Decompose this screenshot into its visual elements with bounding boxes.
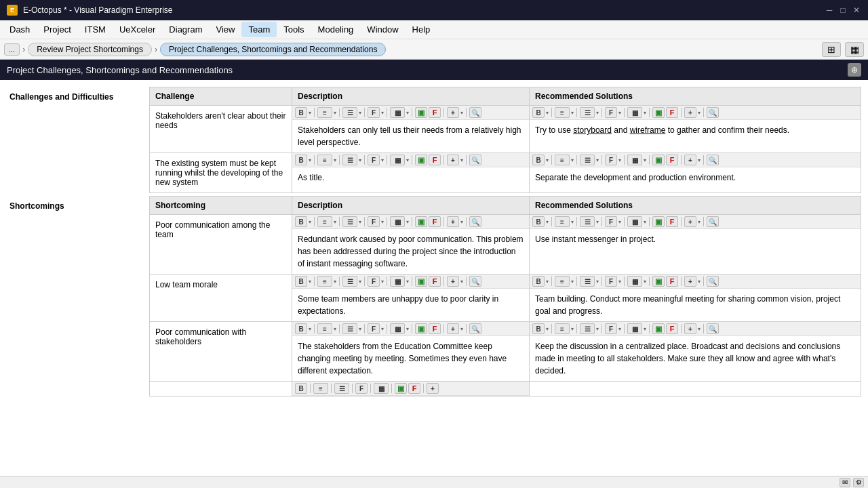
bold-button-r[interactable]: B	[532, 107, 545, 118]
desc-content-2[interactable]: As title.	[292, 167, 529, 188]
menu-team[interactable]: Team	[241, 22, 277, 37]
bold-button[interactable]: B	[295, 107, 307, 118]
sf4[interactable]: F	[355, 383, 368, 394]
sa4[interactable]: ≡	[313, 383, 328, 394]
menu-modeling[interactable]: Modeling	[311, 22, 361, 37]
menu-help[interactable]: Help	[406, 22, 437, 37]
sra1[interactable]: ≡	[555, 216, 570, 227]
list-btn-r2[interactable]: ☰	[580, 155, 595, 165]
minimize-button[interactable]: ─	[825, 5, 834, 15]
sa1[interactable]: ≡	[317, 216, 332, 227]
sg1[interactable]: ▣	[415, 216, 427, 227]
sfr1[interactable]: F	[429, 216, 441, 227]
sdesc-content-3[interactable]: The stakeholders from the Education Comm…	[292, 336, 529, 381]
align-button[interactable]: ≡	[317, 107, 332, 118]
sb1[interactable]: B	[295, 216, 307, 227]
srl1[interactable]: ☰	[580, 216, 595, 227]
sdesc-content-1[interactable]: Redundant work caused by poor communicat…	[292, 229, 529, 274]
list-button[interactable]: ☰	[342, 107, 357, 118]
srs2[interactable]: 🔍	[707, 276, 719, 287]
srec-content-3[interactable]: Keep the discussion in a centralized pla…	[530, 336, 861, 381]
add-green-btn[interactable]: ▣	[415, 155, 427, 165]
sf1[interactable]: F	[368, 216, 380, 227]
srl2[interactable]: ☰	[580, 276, 595, 287]
srt2[interactable]: ▦	[627, 276, 642, 287]
settings-icon[interactable]: ⚙	[853, 478, 864, 487]
ss2[interactable]: 🔍	[469, 276, 481, 287]
font-button[interactable]: F	[368, 107, 380, 118]
st4[interactable]: ▦	[374, 383, 389, 394]
srf1[interactable]: F	[605, 216, 617, 227]
wireframe-link[interactable]: wireframe	[630, 125, 666, 135]
srp1[interactable]: +	[684, 216, 696, 227]
format-red-button-r[interactable]: F	[666, 107, 678, 118]
desc-content-1[interactable]: Stakeholders can only tell us their need…	[292, 120, 529, 152]
plus-button[interactable]: +	[447, 107, 459, 118]
search-btn[interactable]: 🔍	[469, 155, 481, 165]
font-btn-r2[interactable]: F	[605, 155, 617, 165]
page-settings-icon[interactable]: ⊕	[848, 63, 861, 77]
sp3[interactable]: +	[447, 323, 459, 334]
sra3[interactable]: ≡	[555, 323, 570, 334]
add-green-button[interactable]: ▣	[415, 107, 427, 118]
sa3[interactable]: ≡	[317, 323, 332, 334]
sp4[interactable]: +	[427, 383, 439, 394]
sb2[interactable]: B	[295, 276, 307, 287]
sp1[interactable]: +	[447, 216, 459, 227]
sdesc-content-2[interactable]: Some team members are unhappy due to poo…	[292, 289, 529, 321]
srg2[interactable]: ▣	[652, 276, 665, 287]
sl4[interactable]: ☰	[334, 383, 349, 394]
srf3[interactable]: F	[605, 323, 617, 334]
sl3[interactable]: ☰	[342, 323, 357, 334]
menu-itsm[interactable]: ITSM	[78, 22, 113, 37]
srec-content-2[interactable]: Team building. Conduct more meaningful m…	[530, 289, 861, 321]
table-btn[interactable]: ▦	[390, 155, 405, 165]
close-button[interactable]: ✕	[852, 5, 861, 15]
ss1[interactable]: 🔍	[469, 216, 481, 227]
sg2[interactable]: ▣	[415, 276, 427, 287]
srt1[interactable]: ▦	[627, 216, 642, 227]
srfr2[interactable]: F	[666, 276, 678, 287]
font-btn[interactable]: F	[368, 155, 380, 165]
align-button-r[interactable]: ≡	[555, 107, 570, 118]
plus-btn[interactable]: +	[447, 155, 459, 165]
srb1[interactable]: B	[532, 216, 545, 227]
sg3[interactable]: ▣	[415, 323, 427, 334]
srg3[interactable]: ▣	[652, 323, 665, 334]
plus-button-r[interactable]: +	[684, 107, 696, 118]
sa2[interactable]: ≡	[317, 276, 332, 287]
sl2[interactable]: ☰	[342, 276, 357, 287]
sb4[interactable]: B	[295, 383, 307, 394]
sp2[interactable]: +	[447, 276, 459, 287]
srec-content-1[interactable]: Use instant messenger in project.	[530, 229, 861, 249]
sf2[interactable]: F	[368, 276, 380, 287]
breadcrumb-icon-list[interactable]: ▦	[845, 42, 864, 57]
menu-diagram[interactable]: Diagram	[162, 22, 209, 37]
sra2[interactable]: ≡	[555, 276, 570, 287]
add-green-btn-r2[interactable]: ▣	[652, 155, 665, 165]
menu-dash[interactable]: Dash	[3, 22, 37, 37]
srf2[interactable]: F	[605, 276, 617, 287]
srs3[interactable]: 🔍	[707, 323, 719, 334]
align-btn-r2[interactable]: ≡	[555, 155, 570, 165]
srg1[interactable]: ▣	[652, 216, 665, 227]
table-btn-r2[interactable]: ▦	[627, 155, 642, 165]
breadcrumb-back-button[interactable]: ...	[4, 43, 20, 56]
srs1[interactable]: 🔍	[707, 216, 719, 227]
table-button[interactable]: ▦	[390, 107, 405, 118]
breadcrumb-icon-grid[interactable]: ⊞	[822, 42, 841, 57]
mail-icon[interactable]: ✉	[840, 478, 850, 487]
maximize-button[interactable]: □	[838, 5, 848, 15]
sfr4[interactable]: F	[408, 383, 420, 394]
st3[interactable]: ▦	[390, 323, 405, 334]
sg4[interactable]: ▣	[395, 383, 407, 394]
search-button-r[interactable]: 🔍	[707, 107, 719, 118]
sfr2[interactable]: F	[429, 276, 441, 287]
font-button-r[interactable]: F	[605, 107, 617, 118]
sl1[interactable]: ☰	[342, 216, 357, 227]
bold-btn-r2[interactable]: B	[532, 155, 545, 165]
sfr3[interactable]: F	[429, 323, 441, 334]
menu-tools[interactable]: Tools	[277, 22, 311, 37]
st2[interactable]: ▦	[390, 276, 405, 287]
srp3[interactable]: +	[684, 323, 696, 334]
